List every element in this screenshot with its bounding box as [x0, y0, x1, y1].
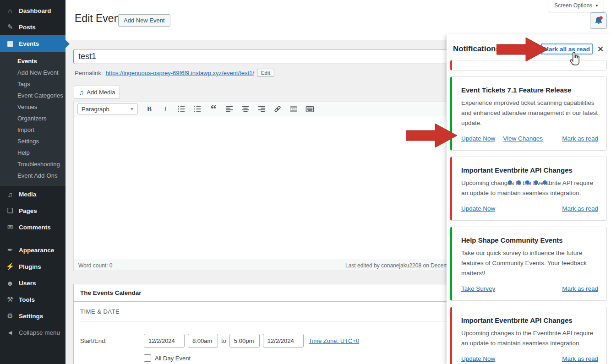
sidebar-item-label: Posts [19, 24, 36, 31]
sidebar-item-events[interactable]: ▦ Events [0, 35, 65, 52]
sidebar-item-pages[interactable]: ❏ Pages [0, 202, 65, 219]
bulleted-list-icon[interactable] [177, 104, 186, 114]
submenu-item-event-add-ons[interactable]: Event Add-Ons [0, 170, 65, 181]
notification-body: Take our quick survey to influence the f… [461, 248, 598, 278]
collapse-icon: ◀ [5, 330, 15, 336]
permalink-label: Permalink: [75, 70, 103, 76]
sidebar-item-appearance[interactable]: ✒ Appearance [0, 242, 65, 258]
last-edited-text: Last edited by conanejaku2208 on Decembe… [345, 262, 461, 269]
sidebar-item-plugins[interactable]: ⚡ Plugins [0, 258, 65, 275]
hand-cursor-icon [568, 52, 582, 66]
view-changes-link[interactable]: View Changes [503, 135, 543, 142]
submenu-item-help[interactable]: Help [0, 147, 65, 158]
add-media-button[interactable]: ♫ Add Media [74, 86, 120, 99]
submenu-item-venues[interactable]: Venues [0, 101, 65, 113]
notification-card: Important Eventbrite API Changes Upcomin… [450, 307, 607, 364]
end-time-input[interactable] [229, 334, 260, 348]
sidebar-item-label: Pages [19, 207, 37, 214]
sidebar-item-label: Plugins [19, 263, 41, 270]
take-survey-link[interactable]: Take Survey [461, 285, 495, 292]
align-center-icon[interactable] [241, 104, 250, 114]
sidebar-item-label: Users [19, 280, 36, 287]
screen-options-label: Screen Options [554, 2, 592, 9]
permalink-link[interactable]: https://ingenuous-osprey-69f6f9.instawp.… [105, 70, 254, 76]
sidebar-item-label: Appearance [19, 247, 54, 254]
notifications-title: Notifications [453, 44, 500, 54]
sidebar-item-tools[interactable]: ⚒ Tools [0, 291, 65, 308]
permalink-edit-button[interactable]: Edit [257, 69, 274, 77]
sidebar-item-label: Events [19, 40, 39, 47]
notification-card: Important Eventbrite API Changes Upcomin… [450, 157, 607, 221]
start-time-input[interactable] [188, 334, 218, 348]
page-title: Edit Event [75, 12, 123, 25]
numbered-list-icon[interactable] [193, 104, 202, 114]
paragraph-format-select[interactable]: Paragraph ▼ [77, 103, 138, 114]
align-left-icon[interactable] [225, 104, 234, 114]
red-arrow-update-now [406, 124, 457, 147]
submenu-item-import[interactable]: Import [0, 124, 65, 136]
screen-options-button[interactable]: Screen Options ▼ [549, 0, 604, 12]
sidebar-item-comments[interactable]: ✉ Comments [0, 219, 65, 235]
notifications-panel: Notifications Mark all as read × Event T… [447, 34, 611, 364]
sidebar-item-label: Tools [19, 296, 35, 303]
update-now-link[interactable]: Update Now [461, 355, 495, 362]
submenu-item-organizers[interactable]: Organizers [0, 113, 65, 124]
notification-card: Help Shape Community Events Take our qui… [450, 227, 607, 301]
sidebar-item-users[interactable]: ☻ Users [0, 275, 65, 291]
notification-body: Experience improved ticket scanning capa… [461, 98, 598, 128]
sidebar-item-label: Settings [19, 313, 43, 320]
sidebar-item-label: Collapse menu [19, 329, 60, 336]
users-icon: ☻ [5, 279, 15, 287]
mark-as-read-link[interactable]: Mark as read [562, 355, 598, 362]
toolbar-toggle-icon[interactable] [305, 104, 314, 114]
mark-all-as-read-link[interactable]: Mark all as read [544, 46, 590, 53]
blockquote-icon[interactable]: “ [209, 104, 218, 114]
notification-title: Event Tickets 7.1 Feature Release [461, 86, 598, 94]
bold-button[interactable]: B [145, 104, 154, 114]
comments-icon: ✉ [5, 223, 15, 231]
bell-icon [594, 16, 604, 26]
events-icon: ▦ [5, 39, 15, 48]
chevron-down-icon: ▼ [130, 107, 134, 111]
sidebar-item-media[interactable]: ♫ Media [0, 186, 65, 202]
word-count: Word count: 0 [78, 262, 112, 269]
italic-button[interactable]: I [161, 104, 170, 114]
close-icon[interactable]: × [597, 45, 604, 53]
submenu-item-events[interactable]: Events [0, 55, 65, 67]
tools-icon: ⚒ [5, 295, 15, 304]
update-now-link[interactable]: Update Now [461, 135, 495, 142]
notification-card-partial [450, 60, 607, 71]
sidebar-item-settings[interactable]: ⚙ Settings [0, 308, 65, 324]
events-submenu: Events Add New Event Tags Event Categori… [0, 52, 65, 186]
sidebar-item-label: Media [19, 191, 36, 198]
update-now-link[interactable]: Update Now [461, 205, 495, 212]
to-label: to [221, 337, 226, 344]
notification-title: Help Shape Community Events [461, 236, 598, 244]
timezone-link[interactable]: Time Zone: UTC+0 [309, 337, 359, 344]
red-arrow-mark-all [496, 38, 548, 61]
mark-as-read-link[interactable]: Mark as read [562, 205, 598, 212]
sidebar-item-label: Comments [19, 224, 51, 231]
sidebar-item-dashboard[interactable]: ⌂ Dashboard [0, 2, 65, 19]
appearance-icon: ✒ [5, 246, 15, 254]
sidebar-item-collapse-menu[interactable]: ◀ Collapse menu [0, 324, 65, 341]
submenu-item-event-categories[interactable]: Event Categories [0, 90, 65, 101]
mark-as-read-link[interactable]: Mark as read [562, 285, 598, 292]
pages-icon: ❏ [5, 206, 15, 215]
link-icon[interactable] [273, 104, 282, 114]
submenu-item-tags[interactable]: Tags [0, 78, 65, 90]
read-more-tag-icon[interactable] [289, 104, 298, 114]
active-menu-arrow [65, 40, 70, 48]
submenu-item-settings[interactable]: Settings [0, 136, 65, 147]
sidebar-item-posts[interactable]: ✎ Posts [0, 19, 65, 35]
notifications-bell-button[interactable] [590, 12, 607, 29]
add-new-event-button[interactable]: Add New Event [118, 14, 170, 27]
mark-as-read-link[interactable]: Mark as read [562, 135, 598, 142]
start-date-input[interactable] [144, 334, 185, 348]
submenu-item-troubleshooting[interactable]: Troubleshooting [0, 158, 65, 170]
submenu-item-add-new-event[interactable]: Add New Event [0, 67, 65, 78]
all-day-event-checkbox[interactable] [144, 354, 151, 362]
end-date-input[interactable] [263, 334, 304, 348]
align-right-icon[interactable] [257, 104, 266, 114]
plugins-icon: ⚡ [5, 262, 15, 271]
